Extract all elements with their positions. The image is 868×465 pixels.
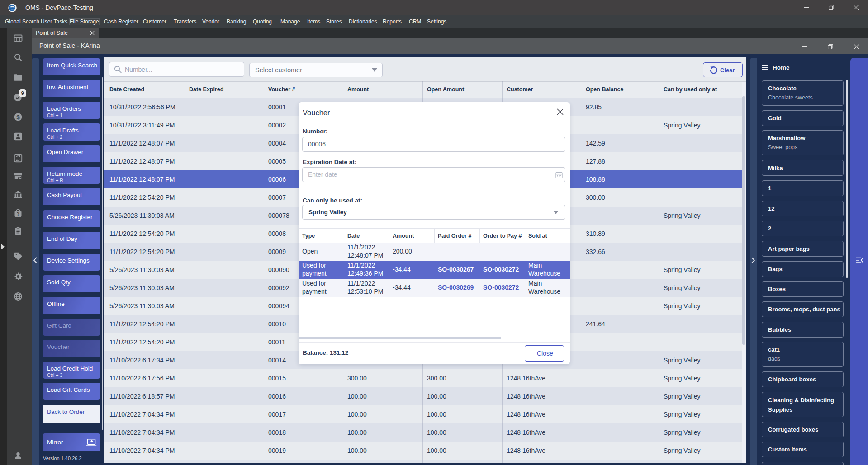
svg-text:?: ?: [17, 211, 19, 216]
svg-text:$: $: [16, 114, 20, 121]
